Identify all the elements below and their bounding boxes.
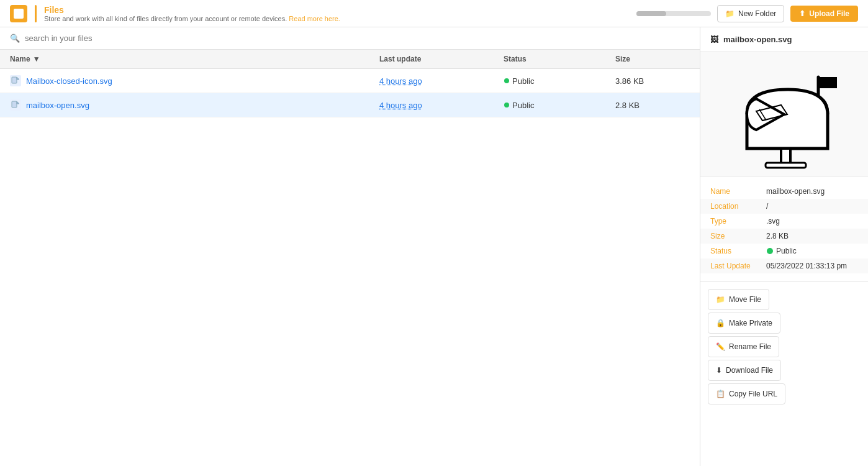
- status-public-icon: [766, 247, 774, 255]
- file-details: Name mailbox-open.svg Location / Type .s…: [700, 176, 868, 281]
- file-icon: [10, 99, 21, 111]
- logo-divider: [35, 5, 37, 22]
- file-status: Public: [504, 101, 615, 110]
- col-name-label: Name: [10, 55, 30, 63]
- topbar: Files Store and work with all kind of fi…: [0, 0, 868, 27]
- file-name-cell: mailbox-open.svg: [10, 99, 379, 111]
- rename-file-button[interactable]: ✏️ Rename File: [708, 336, 779, 357]
- logo-inner: [14, 9, 24, 19]
- svg-rect-2: [12, 101, 17, 107]
- detail-row-last-update: Last Update 05/23/2022 01:33:13 pm: [700, 258, 868, 273]
- move-file-button[interactable]: 📁 Move File: [708, 289, 769, 310]
- file-last-update: 4 hours ago: [379, 101, 504, 110]
- preview-filename: mailbox-open.svg: [723, 35, 792, 44]
- make-private-label: Make Private: [729, 319, 772, 327]
- copy-file-url-label: Copy File URL: [729, 390, 777, 398]
- topbar-right: 📁 New Folder ⬆ Upload File: [636, 5, 858, 22]
- app-subtitle: Store and work with all kind of files di…: [44, 15, 629, 22]
- upload-label: Upload File: [809, 9, 849, 18]
- move-file-label: Move File: [729, 295, 761, 304]
- search-input[interactable]: [25, 34, 690, 43]
- search-icon: 🔍: [10, 34, 20, 43]
- app-logo: [10, 5, 27, 22]
- right-panel: 🖼 mailbox-open.svg: [700, 27, 868, 466]
- col-lastupdate-header: Last update: [379, 55, 504, 63]
- preview-file-icon: 🖼: [710, 35, 718, 44]
- table-row[interactable]: mailbox-open.svg 4 hours ago Public 2.8 …: [0, 93, 700, 117]
- sort-icon: ▼: [33, 55, 40, 63]
- file-name: Mailbox-closed-icon.svg: [26, 76, 112, 86]
- file-name-cell: Mailbox-closed-icon.svg: [10, 75, 379, 86]
- action-buttons: 📁 Move File 🔒 Make Private ✏️ Rename Fil…: [700, 281, 868, 412]
- detail-row-name: Name mailbox-open.svg: [700, 184, 868, 199]
- file-name: mailbox-open.svg: [26, 101, 89, 110]
- search-bar: 🔍: [0, 27, 700, 50]
- copy-icon: 📋: [716, 390, 725, 398]
- topbar-title-section: Files Store and work with all kind of fi…: [44, 5, 629, 22]
- file-size: 2.8 KB: [615, 101, 690, 110]
- folder-icon: 📁: [725, 9, 735, 18]
- table-row[interactable]: Mailbox-closed-icon.svg 4 hours ago Publ…: [0, 69, 700, 93]
- public-icon: [504, 78, 510, 84]
- table-header: Name ▼ Last update Status Size: [0, 50, 700, 69]
- storage-progress-fill: [636, 11, 666, 16]
- preview-area: [700, 52, 868, 176]
- main-layout: 🔍 Name ▼ Last update Status Size: [0, 27, 868, 466]
- upload-icon: ⬆: [799, 9, 805, 18]
- svg-rect-0: [12, 77, 17, 83]
- download-file-button[interactable]: ⬇ Download File: [708, 360, 781, 381]
- file-size: 3.86 KB: [615, 76, 690, 86]
- new-folder-label: New Folder: [738, 9, 776, 18]
- detail-row-status: Status Public: [700, 244, 868, 258]
- detail-row-location: Location /: [700, 199, 868, 214]
- svg-point-3: [504, 103, 509, 107]
- svg-rect-8: [766, 163, 806, 168]
- storage-progress-container: [636, 11, 711, 16]
- preview-svg: [722, 58, 846, 170]
- detail-row-type: Type .svg: [700, 214, 868, 229]
- upload-file-button[interactable]: ⬆ Upload File: [790, 6, 858, 22]
- col-size-header: Size: [615, 55, 690, 63]
- svg-point-9: [767, 248, 773, 254]
- make-private-button[interactable]: 🔒 Make Private: [708, 313, 780, 334]
- download-file-label: Download File: [726, 366, 773, 375]
- copy-file-url-button[interactable]: 📋 Copy File URL: [708, 383, 785, 404]
- download-icon: ⬇: [716, 366, 722, 375]
- file-status: Public: [504, 76, 615, 86]
- read-more-link[interactable]: Read more here.: [289, 15, 340, 22]
- move-folder-icon: 📁: [716, 295, 725, 304]
- svg-rect-7: [781, 148, 790, 164]
- pencil-icon: ✏️: [716, 342, 725, 351]
- rename-file-label: Rename File: [729, 342, 771, 351]
- col-name-header[interactable]: Name ▼: [10, 55, 379, 63]
- lock-icon: 🔒: [716, 319, 725, 327]
- preview-header: 🖼 mailbox-open.svg: [700, 27, 868, 52]
- file-icon: [10, 75, 21, 86]
- detail-row-size: Size 2.8 KB: [700, 229, 868, 244]
- public-icon: [504, 102, 510, 108]
- col-status-header: Status: [504, 55, 615, 63]
- svg-point-1: [504, 78, 509, 83]
- new-folder-button[interactable]: 📁 New Folder: [717, 5, 784, 22]
- app-title: Files: [44, 5, 629, 15]
- left-panel: 🔍 Name ▼ Last update Status Size: [0, 27, 700, 466]
- svg-rect-6: [818, 77, 837, 88]
- file-last-update: 4 hours ago: [379, 76, 504, 86]
